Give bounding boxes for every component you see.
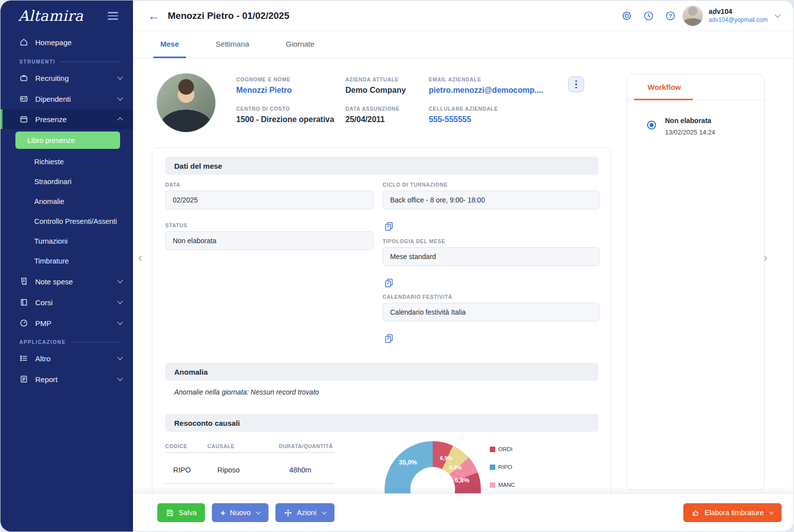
sidebar: Altamira Homepage STRUMENTI Recruiting D…: [0, 0, 133, 532]
chevron-down-icon: [117, 375, 123, 381]
save-button[interactable]: Salva: [157, 503, 205, 522]
chevron-down-icon: [322, 510, 327, 515]
sidebar-section-strumenti: STRUMENTI: [0, 53, 133, 67]
move-icon: [284, 509, 292, 517]
plus-icon: +: [220, 509, 225, 517]
actions-button[interactable]: Azioni: [275, 503, 334, 522]
sidebar-label: Report: [35, 375, 58, 384]
sidebar-item-recruiting[interactable]: Recruiting: [0, 67, 133, 88]
calendario-festivita-input[interactable]: [383, 303, 599, 322]
sidebar-item-pmp[interactable]: PMP: [0, 313, 133, 333]
sidebar-label: Libro presenze: [27, 136, 75, 144]
employee-phone-link[interactable]: 555-555555: [429, 115, 543, 124]
donut-label-ordi: 6,9%: [440, 455, 452, 461]
sidebar-item-anomalie[interactable]: Anomalie: [0, 192, 133, 211]
workflow-status-radio[interactable]: [647, 121, 656, 130]
field-value: 1500 - Direzione operativa: [236, 115, 334, 124]
month-detail-card: Dati del mese DATA CICLO DI TURNAZIONE S…: [152, 147, 611, 493]
sidebar-item-turnazioni[interactable]: Turnazioni: [0, 231, 133, 251]
sidebar-item-timbrature[interactable]: Timbrature: [0, 251, 133, 271]
chevron-down-icon: [117, 354, 123, 360]
sidebar-label: Recruiting: [35, 74, 69, 82]
status-input[interactable]: [165, 231, 374, 250]
sidebar-item-richieste[interactable]: Richieste: [0, 152, 133, 172]
gauge-icon: [19, 319, 28, 328]
menu-toggle-icon[interactable]: [106, 10, 120, 21]
legend-swatch: [490, 465, 495, 470]
tab-workflow[interactable]: Workflow: [648, 83, 681, 91]
view-tabs: Mese Settimana Giornate: [133, 31, 794, 59]
back-button[interactable]: ←: [148, 10, 160, 22]
section-resoconto-causali: Resoconto causali: [165, 414, 598, 432]
sidebar-item-libro-presenze[interactable]: Libro presenze: [15, 132, 120, 149]
field-value: 25/04/2011: [345, 115, 406, 124]
history-clock-icon[interactable]: [643, 10, 654, 21]
calendario-field-label: CALENDARIO FESTIVITÀ: [383, 294, 453, 300]
sidebar-item-corsi[interactable]: Corsi: [0, 292, 133, 313]
copy-icon[interactable]: [384, 278, 394, 288]
profile-column-1: COGNOME E NOME Menozzi Pietro CENTRO DI …: [236, 76, 334, 135]
sidebar-label: Note spese: [35, 277, 73, 286]
elabora-timbrature-button[interactable]: Elabora timbrature: [683, 503, 782, 522]
chevron-down-icon: [117, 298, 123, 304]
tipologia-mese-input[interactable]: [383, 247, 599, 266]
section-dati-del-mese: Dati del mese: [165, 157, 598, 175]
topbar: ← Menozzi Pietro - 01/02/2025 ? adv104 a…: [133, 0, 794, 31]
sidebar-item-presenze[interactable]: Presenze: [0, 109, 133, 129]
page-title: Menozzi Pietro - 01/02/2025: [168, 10, 289, 21]
action-bar: Salva + Nuovo Azioni Elabora timbrature: [133, 493, 794, 532]
sidebar-label: PMP: [35, 319, 52, 328]
ciclo-field-label: CICLO DI TURNAZIONE: [383, 182, 448, 188]
sidebar-item-dipendenti[interactable]: Dipendenti: [0, 88, 133, 109]
field-label: CENTRO DI COSTO: [236, 106, 334, 112]
svg-text:?: ?: [669, 12, 672, 18]
col-header-durata: DURATA/QUANTITÀ: [279, 443, 333, 449]
scroll-left-chevron[interactable]: ‹: [138, 251, 142, 264]
user-avatar[interactable]: [683, 6, 703, 26]
field-label: EMAIL AZIENDALE: [429, 76, 543, 82]
settings-gear-icon[interactable]: [621, 10, 632, 21]
chevron-down-icon: [769, 510, 774, 515]
col-header-codice: CODICE: [165, 443, 187, 449]
tab-settimana[interactable]: Settimana: [209, 31, 257, 58]
copy-icon[interactable]: [384, 221, 394, 231]
employee-name-link[interactable]: Menozzi Pietro: [236, 86, 334, 95]
field-label: CELLULARE AZIENDALE: [429, 106, 543, 112]
app-logo: Altamira: [18, 7, 83, 24]
workflow-timestamp: 13/02/2025 14:24: [665, 129, 715, 136]
field-label: DATA ASSUNZIONE: [345, 106, 406, 112]
field-label: AZIENDA ATTUALE: [345, 76, 406, 82]
help-icon[interactable]: ?: [665, 10, 676, 21]
user-info[interactable]: adv104 adv104@yopmail.com: [709, 7, 768, 24]
sidebar-item-homepage[interactable]: Homepage: [0, 31, 133, 53]
sidebar-item-altro[interactable]: Altro: [0, 348, 133, 369]
tab-giornate[interactable]: Giornate: [279, 31, 322, 58]
col-header-causale: CAUSALE: [207, 443, 235, 449]
employee-email-link[interactable]: pietro.menozzi@democomp....: [429, 86, 543, 95]
sidebar-item-note-spese[interactable]: Note spese: [0, 271, 133, 292]
user-menu-chevron-icon[interactable]: [775, 12, 780, 17]
scroll-right-chevron[interactable]: ›: [763, 251, 768, 264]
tab-mese[interactable]: Mese: [153, 31, 186, 58]
profile-kebab-menu-button[interactable]: [568, 76, 584, 92]
legend-item-manc: MANC: [490, 482, 515, 488]
ciclo-turnazione-input[interactable]: [383, 191, 599, 209]
data-input[interactable]: [165, 191, 374, 209]
sidebar-item-controllo-presenti[interactable]: Controllo Presenti/Assenti: [0, 211, 133, 231]
sidebar-label: Altro: [35, 354, 51, 363]
new-button[interactable]: + Nuovo: [212, 503, 268, 522]
id-badge-icon: [19, 94, 28, 103]
workflow-status-label: Non elaborata: [665, 117, 711, 125]
cell-durata: 48h0m: [289, 466, 311, 474]
calendar-icon: [19, 115, 28, 124]
sidebar-item-report[interactable]: Report: [0, 369, 133, 390]
app-window: Altamira Homepage STRUMENTI Recruiting D…: [0, 0, 794, 532]
briefcase-icon: [19, 73, 28, 82]
chevron-down-icon: [256, 510, 261, 515]
save-icon: [166, 509, 174, 517]
anomalia-empty-text: Anomalie nella giornata: Nessun record t…: [174, 388, 319, 396]
chevron-down-icon: [117, 319, 123, 325]
copy-icon[interactable]: [384, 333, 394, 343]
sidebar-item-straordinari[interactable]: Straordinari: [0, 172, 133, 192]
donut-label-3: 6,6%: [449, 465, 462, 470]
